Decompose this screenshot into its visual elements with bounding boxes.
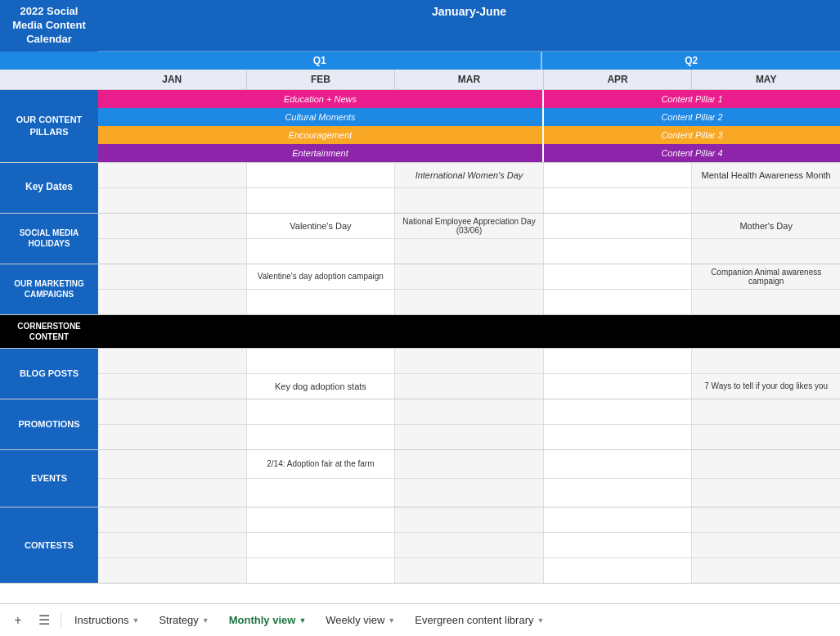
- ct-apr[interactable]: [544, 507, 693, 532]
- ct3-feb[interactable]: [247, 558, 396, 583]
- tab-strategy[interactable]: Strategy ▼: [150, 611, 217, 629]
- bp2-mar[interactable]: [395, 374, 544, 399]
- ev2-may[interactable]: [692, 479, 840, 507]
- sh2-feb[interactable]: [247, 239, 396, 264]
- sh-mar[interactable]: National Employee Appreciation Day (03/0…: [395, 214, 544, 238]
- ev2-mar[interactable]: [395, 479, 544, 507]
- sh-feb[interactable]: Valentine's Day: [247, 214, 396, 238]
- sh-may[interactable]: Mother's Day: [692, 214, 840, 238]
- pillar1-right: Content Pillar 1: [542, 90, 840, 108]
- marketing-campaigns-row: Our Marketing Campaigns Valentine's day …: [0, 264, 840, 315]
- mc2-may[interactable]: [692, 290, 840, 314]
- ct-jan[interactable]: [98, 507, 247, 532]
- key-dates-jan[interactable]: [98, 163, 247, 187]
- promo-row2: [98, 424, 840, 449]
- ev2-apr[interactable]: [544, 479, 693, 507]
- ct3-mar[interactable]: [395, 558, 544, 583]
- ct2-jan[interactable]: [98, 533, 247, 557]
- tab-evergreen-library[interactable]: Evergreen content library ▼: [407, 611, 552, 629]
- ev-mar[interactable]: [395, 450, 544, 478]
- tab-divider: [61, 612, 61, 629]
- ct2-feb[interactable]: [247, 533, 396, 557]
- tab-monthly-view[interactable]: Monthly view ▼: [221, 611, 315, 629]
- bp-feb[interactable]: [247, 349, 396, 373]
- cornerstone-row: CORNERSTONECONTENT: [0, 315, 840, 349]
- promo2-may[interactable]: [692, 425, 840, 449]
- bp2-may[interactable]: 7 Ways to tell if your dog likes you: [692, 374, 840, 399]
- promo2-apr[interactable]: [544, 425, 693, 449]
- calendar-title: 2022 Social Media Content Calendar: [0, 0, 98, 52]
- ct3-may[interactable]: [692, 558, 840, 583]
- mc2-apr[interactable]: [544, 290, 693, 314]
- ct-may[interactable]: [692, 507, 840, 532]
- ct3-jan[interactable]: [98, 558, 247, 583]
- month-mar: MAR: [395, 70, 544, 89]
- bp2-jan[interactable]: [98, 374, 247, 399]
- ev2-jan[interactable]: [98, 479, 247, 507]
- ct2-may[interactable]: [692, 533, 840, 557]
- add-sheet-button[interactable]: +: [7, 609, 29, 632]
- mc-may[interactable]: Companion Animal awareness campaign: [692, 264, 840, 289]
- promo-feb[interactable]: [247, 399, 396, 424]
- promo-jan[interactable]: [98, 399, 247, 424]
- promo2-jan[interactable]: [98, 425, 247, 449]
- bp-may[interactable]: [692, 349, 840, 373]
- mc-feb[interactable]: Valentine's day adoption campaign: [247, 264, 396, 289]
- ct2-mar[interactable]: [395, 533, 544, 557]
- tab-weekly-view-arrow: ▼: [388, 616, 395, 625]
- bp-apr[interactable]: [544, 349, 693, 373]
- tab-monthly-view-label: Monthly view: [229, 614, 296, 626]
- mc-jan[interactable]: [98, 264, 247, 289]
- key-dates2-may[interactable]: [692, 188, 840, 213]
- bp2-feb[interactable]: Key dog adoption stats: [247, 374, 396, 399]
- key-dates2-mar[interactable]: [395, 188, 544, 213]
- sh2-mar[interactable]: [395, 239, 544, 264]
- ev-row2: [98, 478, 840, 507]
- ct-mar[interactable]: [395, 507, 544, 532]
- social-holidays-row1: Valentine's Day National Employee Apprec…: [98, 214, 840, 238]
- mc-mar[interactable]: [395, 264, 544, 289]
- events-cells: 2/14: Adoption fair at the farm: [98, 450, 840, 507]
- ev-jan[interactable]: [98, 450, 247, 478]
- ev-feb[interactable]: 2/14: Adoption fair at the farm: [247, 450, 396, 478]
- ct-feb[interactable]: [247, 507, 396, 532]
- tab-evergreen-library-arrow: ▼: [537, 616, 544, 625]
- sh-jan[interactable]: [98, 214, 247, 238]
- bp-jan[interactable]: [98, 349, 247, 373]
- promo-apr[interactable]: [544, 399, 693, 424]
- key-dates-mar[interactable]: International Women's Day: [395, 163, 544, 187]
- ct2-apr[interactable]: [544, 533, 693, 557]
- tab-weekly-view[interactable]: Weekly view ▼: [317, 611, 403, 629]
- key-dates-apr[interactable]: [544, 163, 693, 187]
- bp-mar[interactable]: [395, 349, 544, 373]
- bp2-apr[interactable]: [544, 374, 693, 399]
- ev-apr[interactable]: [544, 450, 693, 478]
- sh2-jan[interactable]: [98, 239, 247, 264]
- sh2-apr[interactable]: [544, 239, 693, 264]
- ev-may[interactable]: [692, 450, 840, 478]
- sh-apr[interactable]: [544, 214, 693, 238]
- pillar2-left: Cultural Moments: [98, 108, 542, 126]
- events-row: Events 2/14: Adoption fair at the farm: [0, 450, 840, 507]
- key-dates2-feb[interactable]: [247, 188, 396, 213]
- promo2-mar[interactable]: [395, 425, 544, 449]
- key-dates-feb[interactable]: [247, 163, 396, 187]
- promo2-feb[interactable]: [247, 425, 396, 449]
- promo-may[interactable]: [692, 399, 840, 424]
- menu-icon[interactable]: ☰: [33, 609, 56, 632]
- marketing-campaigns-header: Our Marketing Campaigns: [0, 264, 98, 314]
- mc2-mar[interactable]: [395, 290, 544, 314]
- key-dates-may[interactable]: Mental Health Awareness Month: [692, 163, 840, 187]
- mc2-feb[interactable]: [247, 290, 396, 314]
- promo-mar[interactable]: [395, 399, 544, 424]
- ct3-apr[interactable]: [544, 558, 693, 583]
- key-dates2-apr[interactable]: [544, 188, 693, 213]
- tab-bar: + ☰ Instructions ▼ Strategy ▼ Monthly vi…: [0, 603, 840, 636]
- tab-instructions[interactable]: Instructions ▼: [66, 611, 147, 629]
- mc2-jan[interactable]: [98, 290, 247, 314]
- key-dates2-jan[interactable]: [98, 188, 247, 213]
- ev2-feb[interactable]: [247, 479, 396, 507]
- sh2-may[interactable]: [692, 239, 840, 264]
- mc-apr[interactable]: [544, 264, 693, 289]
- key-dates-header: Key Dates: [0, 163, 98, 213]
